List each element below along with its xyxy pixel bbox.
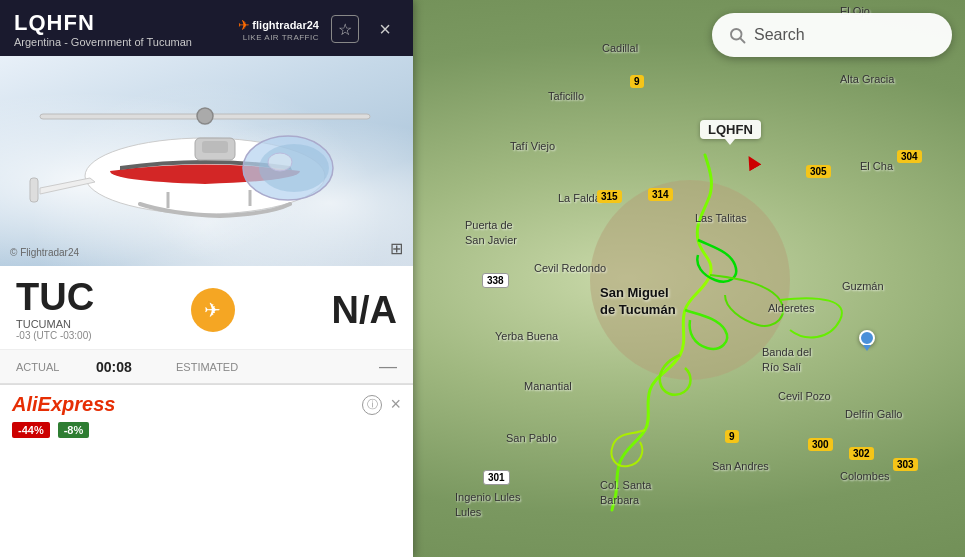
panel-header: LQHFN Argentina - Government of Tucuman …: [0, 0, 413, 56]
origin-code: TUC: [16, 278, 94, 316]
flight-arrow: ✈: [191, 288, 235, 332]
road-badge-301: 301: [483, 470, 510, 485]
close-icon: ×: [379, 18, 391, 41]
left-panel: LQHFN Argentina - Government of Tucuman …: [0, 0, 413, 557]
ad-badges: -44% -8%: [12, 422, 401, 438]
road-badge-304: 304: [897, 150, 922, 163]
fr24-logo: ✈ flightradar24 LIKE AIR TRAFFIC: [238, 17, 319, 42]
svg-rect-12: [202, 141, 228, 153]
svg-point-10: [268, 153, 292, 171]
airline-name: Argentina - Government of Tucuman: [14, 36, 192, 48]
star-icon: ☆: [338, 20, 352, 39]
search-label: Search: [754, 26, 805, 44]
ad-logo: AliExpress: [12, 393, 115, 416]
road-badge-338: 338: [482, 273, 509, 288]
destination-code: N/A: [332, 291, 397, 329]
road-badge-303: 303: [893, 458, 918, 471]
star-button[interactable]: ☆: [331, 15, 359, 43]
ad-controls: ⓘ ×: [362, 394, 401, 415]
estimated-value: —: [379, 356, 397, 377]
origin-name: TUCUMAN: [16, 318, 94, 330]
city-area: [590, 180, 790, 380]
plane-arrow-icon: ✈: [204, 298, 221, 322]
road-badge-302: 302: [849, 447, 874, 460]
road-badge-9b: 9: [725, 430, 739, 443]
road-badge-305: 305: [806, 165, 831, 178]
road-badge-314: 314: [648, 188, 673, 201]
ad-header: AliExpress ⓘ ×: [12, 393, 401, 416]
actual-time: 00:08: [96, 359, 176, 375]
ad-badge-discount1: -44%: [12, 422, 50, 438]
copyright-text: © Flightradar24: [10, 247, 79, 258]
flight-id: LQHFN: [14, 10, 192, 36]
estimated-label: ESTIMATED: [176, 361, 379, 373]
flight-map-label: LQHFN: [700, 120, 761, 139]
fr24-subtext: LIKE AIR TRAFFIC: [243, 33, 319, 42]
expand-icon[interactable]: ⊞: [390, 239, 403, 258]
header-info: LQHFN Argentina - Government of Tucuman: [14, 10, 192, 48]
ad-badge-discount2: -8%: [58, 422, 90, 438]
header-controls: ✈ flightradar24 LIKE AIR TRAFFIC ☆ ×: [238, 15, 399, 43]
road-badge-300: 300: [808, 438, 833, 451]
search-icon: [728, 26, 746, 44]
destination-info: N/A: [332, 291, 397, 329]
svg-line-1: [740, 38, 744, 42]
arrow-circle: ✈: [191, 288, 235, 332]
fr24-plane-icon: ✈: [238, 17, 250, 33]
road-badge-9a: 9: [630, 75, 644, 88]
svg-point-3: [197, 108, 213, 124]
svg-point-6: [259, 144, 329, 192]
flight-route-info: TUC TUCUMAN -03 (UTC -03:00) ✈ N/A: [0, 266, 413, 350]
ad-info-icon[interactable]: ⓘ: [362, 395, 382, 415]
road-badge-315: 315: [597, 190, 622, 203]
origin-utc: -03 (UTC -03:00): [16, 330, 94, 341]
close-button[interactable]: ×: [371, 15, 399, 43]
ad-close-icon[interactable]: ×: [390, 394, 401, 415]
time-row: ACTUAL 00:08 ESTIMATED —: [0, 350, 413, 384]
ad-banner: AliExpress ⓘ × -44% -8%: [0, 384, 413, 444]
location-pin: [859, 330, 875, 350]
helicopter-image: © Flightradar24 ⊞: [0, 56, 413, 266]
search-bar[interactable]: Search: [712, 13, 952, 57]
actual-label: ACTUAL: [16, 361, 96, 373]
svg-rect-7: [30, 178, 38, 202]
fr24-text: flightradar24: [252, 19, 319, 31]
helicopter-svg: [20, 86, 390, 236]
origin-info: TUC TUCUMAN -03 (UTC -03:00): [16, 278, 94, 341]
